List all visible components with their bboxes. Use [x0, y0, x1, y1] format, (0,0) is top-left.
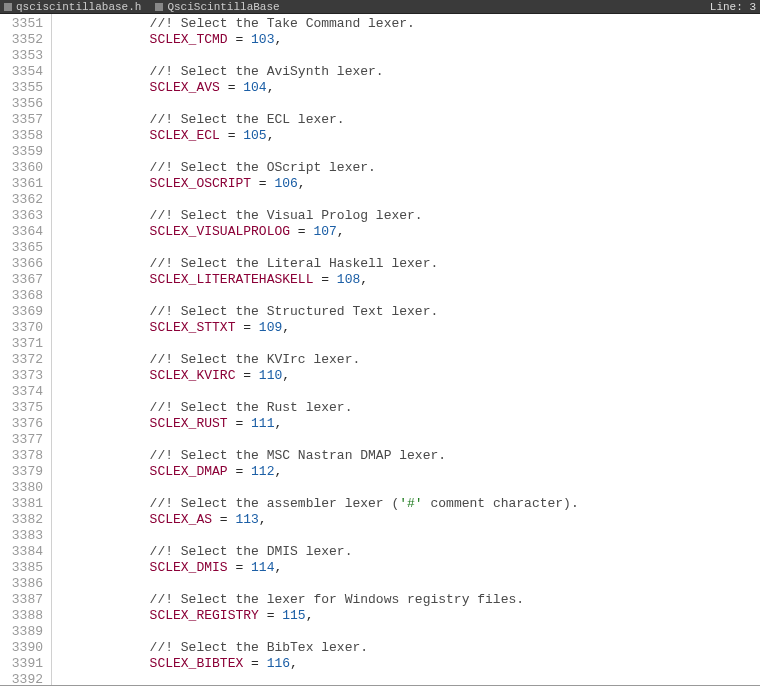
code-line[interactable]: //! Select the Visual Prolog lexer. [56, 208, 760, 224]
line-number: 3387 [6, 592, 43, 608]
code-line[interactable]: SCLEX_AS = 113, [56, 512, 760, 528]
code-line[interactable] [56, 288, 760, 304]
code-line[interactable] [56, 576, 760, 592]
comment-token: //! Select the BibTex lexer. [56, 640, 368, 655]
code-line[interactable] [56, 144, 760, 160]
identifier-token: SCLEX_DMAP [56, 464, 228, 479]
code-line[interactable]: SCLEX_TCMD = 103, [56, 32, 760, 48]
comment-token: //! Select the KVIrc lexer. [56, 352, 360, 367]
tab-file-1[interactable]: qsciscintillabase.h [4, 1, 141, 13]
code-line[interactable]: //! Select the Take Command lexer. [56, 16, 760, 32]
punctuation-token: , [306, 608, 314, 623]
operator-token: = [259, 608, 282, 623]
number-token: 106 [274, 176, 297, 191]
code-line[interactable]: //! Select the OScript lexer. [56, 160, 760, 176]
code-line[interactable] [56, 240, 760, 256]
code-editor[interactable]: 3351335233533354335533563357335833593360… [0, 14, 760, 686]
operator-token: = [290, 224, 313, 239]
punctuation-token: , [298, 176, 306, 191]
code-line[interactable]: //! Select the ECL lexer. [56, 112, 760, 128]
line-number-gutter: 3351335233533354335533563357335833593360… [0, 14, 52, 685]
line-number: 3355 [6, 80, 43, 96]
code-area[interactable]: //! Select the Take Command lexer. SCLEX… [52, 14, 760, 685]
code-line[interactable] [56, 96, 760, 112]
number-token: 109 [259, 320, 282, 335]
code-line[interactable] [56, 528, 760, 544]
comment-token: //! Select the Visual Prolog lexer. [56, 208, 423, 223]
tab-label: QsciScintillaBase [167, 1, 279, 13]
code-line[interactable] [56, 672, 760, 686]
line-number: 3374 [6, 384, 43, 400]
code-line[interactable]: //! Select the Structured Text lexer. [56, 304, 760, 320]
line-number: 3361 [6, 176, 43, 192]
identifier-token: SCLEX_KVIRC [56, 368, 235, 383]
punctuation-token: , [274, 32, 282, 47]
operator-token: = [313, 272, 336, 287]
comment-token: //! Select the assembler lexer ( [56, 496, 399, 511]
line-number: 3367 [6, 272, 43, 288]
line-number: 3371 [6, 336, 43, 352]
code-line[interactable]: SCLEX_VISUALPROLOG = 107, [56, 224, 760, 240]
operator-token: = [212, 512, 235, 527]
punctuation-token: , [282, 320, 290, 335]
line-number: 3354 [6, 64, 43, 80]
code-line[interactable]: SCLEX_DMIS = 114, [56, 560, 760, 576]
punctuation-token: , [337, 224, 345, 239]
code-line[interactable]: //! Select the assembler lexer ('#' comm… [56, 496, 760, 512]
code-line[interactable]: SCLEX_STTXT = 109, [56, 320, 760, 336]
code-line[interactable]: SCLEX_OSCRIPT = 106, [56, 176, 760, 192]
code-line[interactable]: SCLEX_BIBTEX = 116, [56, 656, 760, 672]
number-token: 111 [251, 416, 274, 431]
punctuation-token: , [290, 656, 298, 671]
punctuation-token: , [282, 368, 290, 383]
number-token: 113 [235, 512, 258, 527]
identifier-token: SCLEX_AS [56, 512, 212, 527]
number-token: 114 [251, 560, 274, 575]
code-line[interactable]: //! Select the lexer for Windows registr… [56, 592, 760, 608]
line-number: 3389 [6, 624, 43, 640]
code-line[interactable] [56, 624, 760, 640]
code-line[interactable]: //! Select the Rust lexer. [56, 400, 760, 416]
line-number: 3369 [6, 304, 43, 320]
line-number: 3364 [6, 224, 43, 240]
code-line[interactable]: //! Select the DMIS lexer. [56, 544, 760, 560]
line-number: 3358 [6, 128, 43, 144]
code-line[interactable]: //! Select the KVIrc lexer. [56, 352, 760, 368]
code-line[interactable]: SCLEX_AVS = 104, [56, 80, 760, 96]
operator-token: = [228, 464, 251, 479]
code-line[interactable] [56, 336, 760, 352]
code-line[interactable]: //! Select the BibTex lexer. [56, 640, 760, 656]
code-line[interactable]: SCLEX_KVIRC = 110, [56, 368, 760, 384]
code-line[interactable]: //! Select the Literal Haskell lexer. [56, 256, 760, 272]
code-line[interactable]: SCLEX_DMAP = 112, [56, 464, 760, 480]
file-icon [4, 3, 12, 11]
punctuation-token: , [274, 416, 282, 431]
tab-label: qsciscintillabase.h [16, 1, 141, 13]
code-line[interactable] [56, 192, 760, 208]
line-number: 3375 [6, 400, 43, 416]
identifier-token: SCLEX_VISUALPROLOG [56, 224, 290, 239]
code-line[interactable] [56, 48, 760, 64]
code-line[interactable] [56, 384, 760, 400]
comment-token: //! Select the MSC Nastran DMAP lexer. [56, 448, 446, 463]
number-token: 103 [251, 32, 274, 47]
code-line[interactable]: SCLEX_RUST = 111, [56, 416, 760, 432]
punctuation-token: , [360, 272, 368, 287]
line-number: 3359 [6, 144, 43, 160]
code-line[interactable]: //! Select the MSC Nastran DMAP lexer. [56, 448, 760, 464]
comment-token: //! Select the lexer for Windows registr… [56, 592, 524, 607]
punctuation-token: , [267, 128, 275, 143]
line-number: 3351 [6, 16, 43, 32]
code-line[interactable]: SCLEX_REGISTRY = 115, [56, 608, 760, 624]
string-token: '#' [399, 496, 422, 511]
code-line[interactable] [56, 432, 760, 448]
code-line[interactable]: //! Select the AviSynth lexer. [56, 64, 760, 80]
tab-file-2[interactable]: QsciScintillaBase [155, 1, 279, 13]
code-line[interactable]: SCLEX_ECL = 105, [56, 128, 760, 144]
operator-token: = [235, 320, 258, 335]
number-token: 107 [313, 224, 336, 239]
comment-token: comment character). [423, 496, 579, 511]
code-line[interactable]: SCLEX_LITERATEHASKELL = 108, [56, 272, 760, 288]
comment-token: //! Select the OScript lexer. [56, 160, 376, 175]
code-line[interactable] [56, 480, 760, 496]
